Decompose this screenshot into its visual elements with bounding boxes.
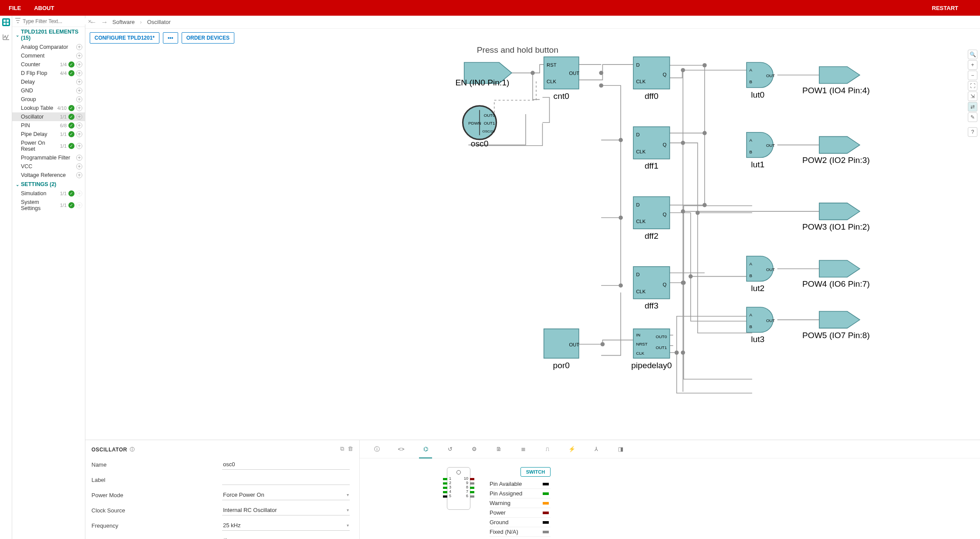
- configure-button[interactable]: CONFIGURE TPLD1201*: [90, 32, 159, 44]
- block-pow[interactable]: POW2 (IO2 Pin:3): [802, 136, 870, 165]
- tree-item[interactable]: Group+: [12, 95, 85, 104]
- tree-item[interactable]: Delay+: [12, 78, 85, 86]
- block-osc0[interactable]: PDWN OUT0 OUT1 OSC/24 osc0: [463, 106, 497, 148]
- switch-button[interactable]: SWITCH: [520, 467, 551, 477]
- block-dff0[interactable]: D Q CLK dff0: [633, 57, 669, 100]
- legend-row: Pin Assigned: [490, 489, 551, 498]
- block-en[interactable]: EN (IN0 Pin:1): [455, 62, 511, 87]
- tree-item[interactable]: GND+: [12, 86, 85, 95]
- block-pipedelay0[interactable]: IN NRST CLK OUT0 OUT1 pipedelay0: [631, 329, 672, 370]
- add-icon[interactable]: +: [76, 114, 82, 120]
- add-icon[interactable]: +: [76, 122, 82, 129]
- tab-history-icon[interactable]: ↺: [446, 445, 454, 453]
- blocks-view-icon[interactable]: [2, 18, 10, 26]
- route-icon[interactable]: ⇄: [968, 102, 977, 112]
- help-icon[interactable]: ?: [968, 127, 977, 137]
- tree-item[interactable]: Comment+: [12, 51, 85, 60]
- tree-item[interactable]: Power On Reset1/1✓+: [12, 139, 85, 153]
- tree-item[interactable]: Pipe Delay1/1✓+: [12, 130, 85, 139]
- prop-input[interactable]: [222, 459, 350, 470]
- svg-text:A: A: [749, 261, 752, 266]
- tab-sliders-icon[interactable]: ⚙: [470, 445, 478, 453]
- block-pow[interactable]: POW4 (IO6 Pin:7): [802, 260, 870, 288]
- block-pow[interactable]: POW5 (IO7 Pin:8): [802, 312, 870, 340]
- tree-item[interactable]: D Flip Flop4/4✓+: [12, 69, 85, 78]
- menu-restart[interactable]: RESTART: [932, 5, 958, 11]
- tab-code-icon[interactable]: <>: [397, 445, 405, 453]
- zoom-in-icon[interactable]: +: [968, 60, 977, 70]
- add-icon[interactable]: +: [76, 143, 82, 149]
- prop-select[interactable]: /1▾: [222, 536, 350, 539]
- tab-chip-icon[interactable]: ⌬: [422, 445, 429, 453]
- tree-item[interactable]: Voltage Reference+: [12, 171, 85, 180]
- tree-item[interactable]: PIN6/8✓+: [12, 121, 85, 130]
- zoom-search-icon[interactable]: 🔍: [968, 50, 977, 59]
- svg-text:CLK: CLK: [636, 351, 644, 356]
- block-pow[interactable]: POW3 (IO1 Pin:2): [802, 203, 870, 231]
- block-dff1[interactable]: D Q CLK dff1: [633, 127, 669, 170]
- tree-group-settings[interactable]: ⌄ SETTINGS (2): [12, 180, 85, 189]
- block-pow[interactable]: POW1 (IO4 Pin:4): [802, 67, 870, 95]
- block-cnt0[interactable]: RST OUT CLK cnt0: [544, 57, 580, 100]
- block-dff3[interactable]: D Q CLK dff3: [633, 267, 669, 310]
- filter-input[interactable]: [23, 18, 88, 24]
- fit-screen-icon[interactable]: ⛶: [968, 81, 977, 91]
- tree-item[interactable]: Programmable Filter+: [12, 153, 85, 162]
- tree-item[interactable]: System Settings1/1✓+: [12, 198, 85, 213]
- menu-file[interactable]: FILE: [9, 5, 21, 11]
- add-icon[interactable]: +: [76, 70, 82, 76]
- tab-info-icon[interactable]: ⓘ: [373, 445, 381, 453]
- svg-point-17: [689, 275, 693, 279]
- block-lut2[interactable]: A B OUT lut2: [747, 256, 775, 293]
- tab-stack-icon[interactable]: ≣: [519, 445, 527, 453]
- tree-item[interactable]: Simulation1/1✓+: [12, 189, 85, 198]
- tree-group-elements[interactable]: ⌄ TPLD1201 ELEMENTS (15): [12, 27, 85, 43]
- block-dff2[interactable]: D Q CLK dff2: [633, 197, 669, 240]
- prop-select[interactable]: Force Power On▾: [222, 490, 350, 500]
- nav-forward-icon[interactable]: →: [101, 18, 108, 26]
- add-icon[interactable]: +: [76, 131, 82, 137]
- tree-item[interactable]: Oscillator1/1✓+: [12, 112, 85, 121]
- prop-select[interactable]: Internal RC Oscillator▾: [222, 505, 350, 515]
- zoom-out-icon[interactable]: −: [968, 71, 977, 80]
- tab-pulse-icon[interactable]: ⎍: [544, 445, 551, 453]
- svg-text:dff2: dff2: [645, 231, 659, 241]
- info-icon[interactable]: ⓘ: [130, 446, 135, 453]
- add-icon[interactable]: +: [76, 105, 82, 111]
- add-icon[interactable]: +: [76, 88, 82, 94]
- order-devices-button[interactable]: ORDER DEVICES: [182, 32, 234, 44]
- prop-input[interactable]: [222, 475, 350, 485]
- tab-graph-icon[interactable]: ⅄: [592, 445, 600, 453]
- nav-back-icon[interactable]: ←: [90, 18, 97, 26]
- add-icon[interactable]: +: [76, 44, 82, 50]
- tab-flash-icon[interactable]: ⚡: [568, 445, 576, 453]
- more-button[interactable]: •••: [163, 32, 178, 44]
- prop-select[interactable]: 25 kHz▾: [222, 520, 350, 531]
- tab-file-icon[interactable]: 🗎: [495, 445, 503, 453]
- add-icon[interactable]: +: [76, 172, 82, 178]
- block-por0[interactable]: OUT por0: [544, 329, 580, 370]
- edit-icon[interactable]: ✎: [968, 112, 977, 122]
- tree-item[interactable]: Lookup Table4/10✓+: [12, 104, 85, 112]
- schematic-canvas[interactable]: EN (IN0 Pin:1) Press and hold button PDW…: [85, 47, 980, 440]
- tree-layout-icon[interactable]: ⇲: [968, 92, 977, 101]
- tree-item[interactable]: Counter1/4✓+: [12, 60, 85, 69]
- menu-about[interactable]: ABOUT: [34, 5, 54, 11]
- add-icon[interactable]: +: [76, 163, 82, 169]
- svg-text:OSC/24: OSC/24: [482, 129, 495, 133]
- block-lut1[interactable]: A B OUT lut1: [747, 132, 775, 169]
- tree-item[interactable]: VCC+: [12, 162, 85, 171]
- add-icon[interactable]: +: [76, 79, 82, 85]
- add-icon[interactable]: +: [76, 53, 82, 59]
- add-icon[interactable]: +: [76, 96, 82, 102]
- tree-item[interactable]: Analog Comparator+: [12, 43, 85, 51]
- add-icon[interactable]: +: [76, 61, 82, 68]
- delete-icon[interactable]: 🗑: [348, 445, 353, 452]
- block-lut3[interactable]: A B OUT lut3: [747, 307, 775, 344]
- add-icon[interactable]: +: [76, 155, 82, 161]
- breadcrumb-root[interactable]: Software: [112, 19, 135, 25]
- tab-panel-icon[interactable]: ◨: [617, 445, 625, 453]
- waveform-view-icon[interactable]: [2, 33, 10, 41]
- copy-icon[interactable]: ⧉: [340, 445, 344, 452]
- block-lut0[interactable]: A B OUT lut0: [747, 62, 775, 99]
